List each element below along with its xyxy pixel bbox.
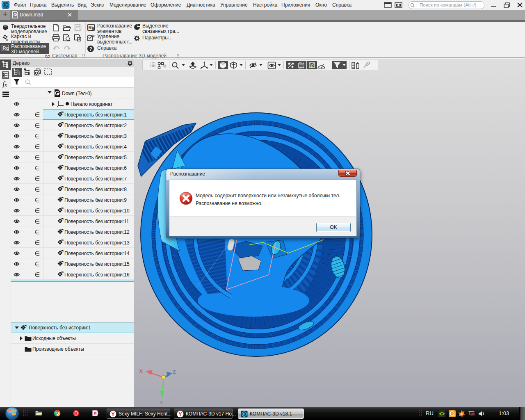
svg-text:12: 12 [17,73,20,75]
svg-text:Y: Y [160,399,164,405]
svg-text:X: X [139,368,143,374]
svg-text:Z: Z [173,369,176,375]
svg-text:?: ? [89,46,92,52]
svg-text:Rg: Rg [89,25,95,30]
svg-text:Я: Я [94,411,96,415]
svg-text:Rg: Rg [3,46,9,50]
svg-text:a: a [461,412,463,416]
